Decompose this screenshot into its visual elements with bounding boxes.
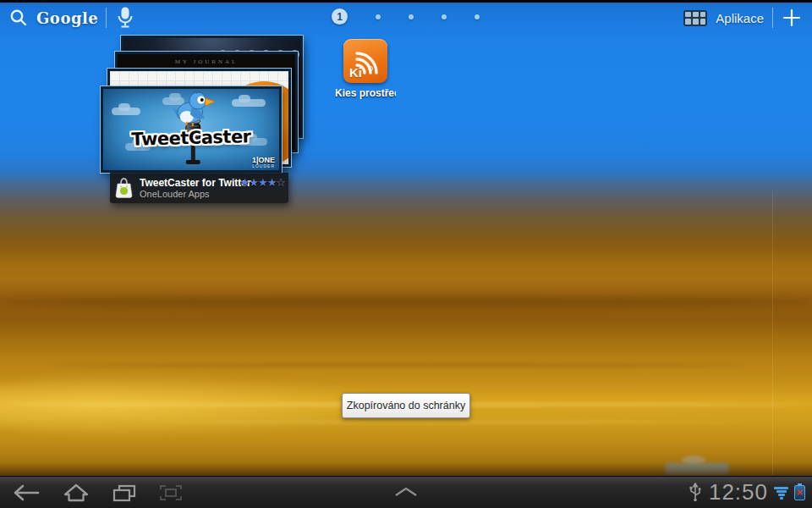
market-widget-card-tweetcaster[interactable]: TweetCaster 1|ONE LOUDER: [101, 86, 282, 173]
onelouder-brand-badge: 1|ONE LOUDER: [252, 157, 275, 168]
signal-strength-icon: [774, 485, 788, 500]
back-button[interactable]: [12, 483, 41, 502]
pager-page-2-dot[interactable]: [376, 14, 381, 19]
magazine-masthead: MY JOURNAL: [118, 58, 295, 65]
chevron-up-icon[interactable]: [391, 486, 421, 498]
wallpaper-streak: [152, 421, 744, 423]
cloud-icon: [232, 99, 266, 107]
screenshot-button[interactable]: [159, 484, 183, 501]
market-widget-info-bar[interactable]: TweetCaster for Twitter ★★★★☆ OneLouder …: [110, 173, 288, 203]
magnifier-icon[interactable]: [8, 8, 29, 28]
google-search-widget[interactable]: Google: [8, 6, 134, 30]
apps-label: Aplikace: [716, 11, 764, 25]
wallpaper-seam: [772, 190, 773, 477]
battery-error-icon: ✕: [794, 485, 805, 500]
home-button[interactable]: [63, 483, 90, 502]
kies-icon-degree-dot: [368, 66, 373, 71]
screen-top-edge: [0, 0, 812, 3]
pager-page-5-dot[interactable]: [475, 14, 480, 19]
system-bar: 12:50 ✕: [0, 476, 812, 508]
shortcut-kies-air[interactable]: Ki Kies prostředí: [335, 39, 396, 99]
usb-icon: [688, 483, 703, 503]
widget-app-title: TweetCaster for Twitter: [140, 177, 251, 189]
kies-icon-text: Ki: [349, 65, 362, 80]
toast-copied-to-clipboard: Zkopírováno do schránky: [342, 393, 470, 418]
stars-filled: ★★★★: [240, 176, 277, 189]
apps-divider: [772, 8, 773, 28]
recent-apps-button[interactable]: [112, 483, 137, 502]
wallpaper-watermark: [665, 463, 729, 474]
apps-launcher-button[interactable]: Aplikace: [683, 7, 802, 29]
widget-app-developer: OneLouder Apps: [140, 189, 210, 199]
brand-line2: LOUDER: [252, 164, 275, 168]
pager-page-3-dot[interactable]: [409, 14, 414, 19]
pager-page-1-active[interactable]: 1: [332, 8, 348, 25]
wallpaper-streak: [0, 298, 812, 306]
search-divider: [106, 8, 107, 28]
shortcut-label: Kies prostředí: [335, 87, 396, 99]
apps-grid-icon: [683, 10, 707, 26]
cloud-icon: [112, 108, 140, 115]
wallpaper-streak: [51, 364, 744, 367]
home-pager: 1: [332, 8, 480, 25]
status-clock: 12:50: [709, 477, 768, 508]
add-widget-icon[interactable]: [782, 8, 802, 28]
rating-stars: ★★★★☆: [240, 176, 285, 189]
google-logo[interactable]: Google: [36, 9, 98, 27]
toast-message: Zkopírováno do schránky: [347, 400, 465, 411]
pager-page-4-dot[interactable]: [442, 14, 447, 19]
microphone-icon[interactable]: [116, 7, 134, 29]
kies-air-icon[interactable]: Ki: [343, 39, 387, 83]
star-empty: ☆: [276, 176, 285, 189]
market-bag-icon: [114, 177, 134, 202]
home-screen: Google 1 Aplikace MY JOURNAL LIFE & STYL…: [0, 0, 812, 508]
